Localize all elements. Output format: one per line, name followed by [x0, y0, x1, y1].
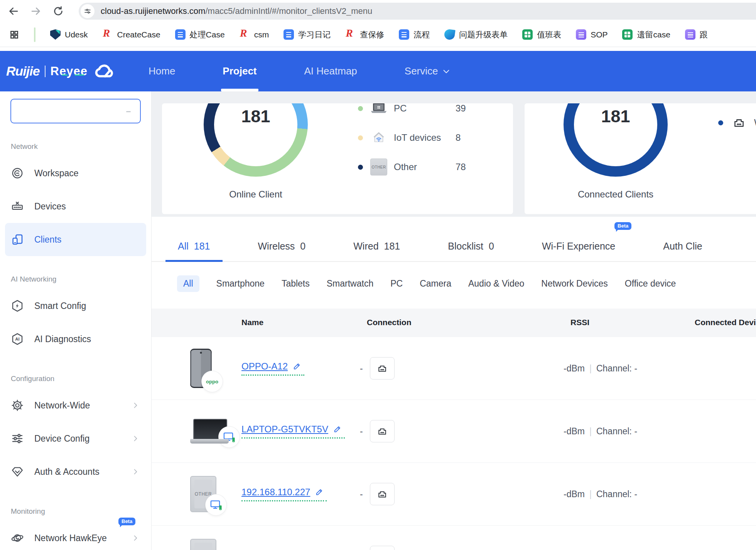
address-bar[interactable]: cloud-as.ruijienetworks.com/macc5/adminI…	[79, 3, 756, 20]
gateway-button[interactable]	[370, 546, 395, 550]
url-domain: cloud-as.ruijienetworks.com	[101, 6, 205, 16]
sidebar-item-label: AI Diagnostics	[34, 334, 91, 344]
table-row[interactable]: OTHER LAPTOP-G5TVKT	[152, 400, 756, 463]
bookmark-item[interactable]: CreateCase	[103, 29, 160, 40]
rssi-value: -dBm	[564, 489, 585, 499]
device-badge	[219, 427, 240, 447]
url-row: cloud-as.ruijienetworks.com/macc5/adminI…	[0, 0, 756, 22]
main-menu-label: Project	[223, 65, 256, 77]
sidebar-item[interactable]: Network-Wide	[5, 389, 146, 422]
edit-name-icon[interactable]	[315, 488, 324, 496]
edit-name-icon[interactable]	[333, 425, 342, 434]
column-header-connected-device: Connected Devic	[695, 318, 756, 327]
sidebar-item[interactable]: Smart Config	[5, 289, 146, 322]
bookmark-item[interactable]: 值班表	[522, 29, 561, 40]
device-type-filter[interactable]: Office device	[625, 278, 676, 289]
client-tab[interactable]: Auth Clie	[663, 231, 702, 261]
device-type-filter[interactable]: Audio & Video	[468, 278, 524, 289]
client-name-link[interactable]: OPPO-A12	[241, 361, 288, 371]
legend-row[interactable]: OTHER Other 78	[358, 157, 466, 177]
device-type-filter[interactable]: All	[177, 275, 199, 292]
bookmark-item[interactable]: 遗留case	[622, 29, 670, 40]
phone-icon	[231, 437, 236, 443]
table-row[interactable]: OTHER oppo OPPO-A12 -	[152, 337, 756, 400]
client-tab[interactable]: Wi-Fi Experience Beta	[542, 231, 615, 261]
forward-icon[interactable]	[30, 5, 42, 17]
device-type-filter[interactable]: Camera	[420, 278, 451, 289]
legend-value: 78	[456, 162, 466, 172]
client-tab[interactable]: Wireless 0	[258, 231, 306, 261]
device-image: OTHER	[190, 539, 216, 550]
bookmark-item[interactable]: Udesk	[50, 29, 88, 40]
sidebar-item[interactable]: Device Config	[5, 422, 146, 455]
back-icon[interactable]	[8, 5, 19, 17]
main-menu-item[interactable]: AI Heatmap	[304, 51, 357, 91]
sidebar-item[interactable]: Devices	[5, 190, 146, 223]
channel-value: Channel: -	[596, 363, 637, 374]
client-tab[interactable]: All 181	[178, 231, 210, 261]
sidebar-item-icon	[11, 299, 24, 312]
sidebar-item-label: Devices	[34, 201, 66, 212]
sidebar-item[interactable]: Network HawkEye Beta	[5, 521, 146, 550]
site-settings-icon[interactable]	[81, 4, 94, 18]
reload-icon[interactable]	[52, 5, 64, 17]
connection-cell: -	[360, 483, 395, 505]
legend-row[interactable]: IoT devices 8	[358, 128, 466, 147]
bookmark-label: 值班表	[537, 29, 561, 40]
network-search-input[interactable]	[10, 99, 141, 123]
bookmark-item[interactable]: 查保修	[345, 29, 384, 40]
bookmarks-bar: Udesk CreateCase 处理Case csm 学习日记 查保修	[0, 22, 756, 47]
sidebar-item-icon	[11, 332, 24, 346]
device-type-filter[interactable]: PC	[390, 278, 403, 289]
device-type-filter[interactable]: Tablets	[282, 278, 310, 289]
reyee-cloud-icon	[93, 63, 115, 80]
apps-grid-icon[interactable]	[9, 30, 19, 40]
sidebar-item[interactable]: AI Diagnostics	[5, 322, 146, 356]
sidebar-item[interactable]: Auth & Accounts	[5, 455, 146, 488]
client-name-link[interactable]: LAPTOP-G5TVKT5V	[241, 424, 328, 434]
sidebar-item-icon	[11, 432, 24, 445]
sidebar-item-icon	[11, 167, 24, 180]
chevron-right-icon	[132, 468, 139, 476]
legend-value: 8	[456, 132, 461, 143]
bookmark-item[interactable]: 问题升级表单	[444, 29, 508, 40]
screens-badge	[209, 499, 223, 511]
main-menu-item[interactable]: Project	[223, 51, 256, 91]
client-tab[interactable]: Blocklist 0	[448, 231, 494, 261]
bookmark-item[interactable]: 学习日记	[284, 29, 331, 40]
bookmark-item[interactable]: SOP	[576, 29, 608, 40]
edit-name-icon[interactable]	[292, 362, 301, 371]
bookmark-item[interactable]: csm	[240, 29, 269, 40]
device-image: OTHER	[190, 419, 229, 444]
main-menu-item[interactable]: Service	[405, 51, 451, 91]
client-name-link[interactable]: 192.168.110.227	[241, 487, 310, 497]
sidebar: Network Workspace Devices	[0, 91, 152, 550]
tab-count: 181	[194, 241, 210, 252]
bookmark-label: SOP	[591, 30, 608, 39]
legend-row[interactable]: Wi	[718, 113, 756, 132]
sidebar-section-items: Network HawkEye Beta	[0, 521, 151, 550]
bookmark-item[interactable]: 流程	[399, 29, 430, 40]
gateway-button[interactable]	[370, 483, 395, 505]
legend-dot	[358, 165, 363, 170]
legend-dot	[358, 106, 363, 111]
client-tab[interactable]: Wired 181	[353, 231, 400, 261]
gateway-button[interactable]	[370, 420, 395, 442]
device-type-filter[interactable]: Smartphone	[216, 278, 265, 289]
main-menu-item[interactable]: Home	[148, 51, 175, 91]
sidebar-item[interactable]: Clients	[5, 223, 146, 256]
brand-logo[interactable]: Ruijie Reyee	[6, 51, 115, 91]
sidebar-item-label: Network HawkEye	[34, 533, 107, 543]
device-type-filter[interactable]: Network Devices	[541, 278, 608, 289]
sidebar-item[interactable]: Workspace	[5, 157, 146, 190]
legend-row[interactable]: PC 39	[358, 103, 466, 118]
device-type-filter[interactable]: Smartwatch	[327, 278, 373, 289]
bookmark-label: 跟	[700, 29, 708, 40]
sidebar-section-label: Configuration	[11, 374, 151, 383]
table-row[interactable]: OTHER 192.168.110.2	[152, 463, 756, 526]
bookmark-item[interactable]: 处理Case	[175, 29, 225, 40]
gateway-button[interactable]	[370, 357, 395, 380]
bookmark-item[interactable]: 跟	[685, 29, 708, 40]
table-row[interactable]: OTHER 192.168.110.2	[152, 526, 756, 550]
sidebar-section: AI Networking Smart Config AI Diagnostic…	[0, 275, 151, 356]
